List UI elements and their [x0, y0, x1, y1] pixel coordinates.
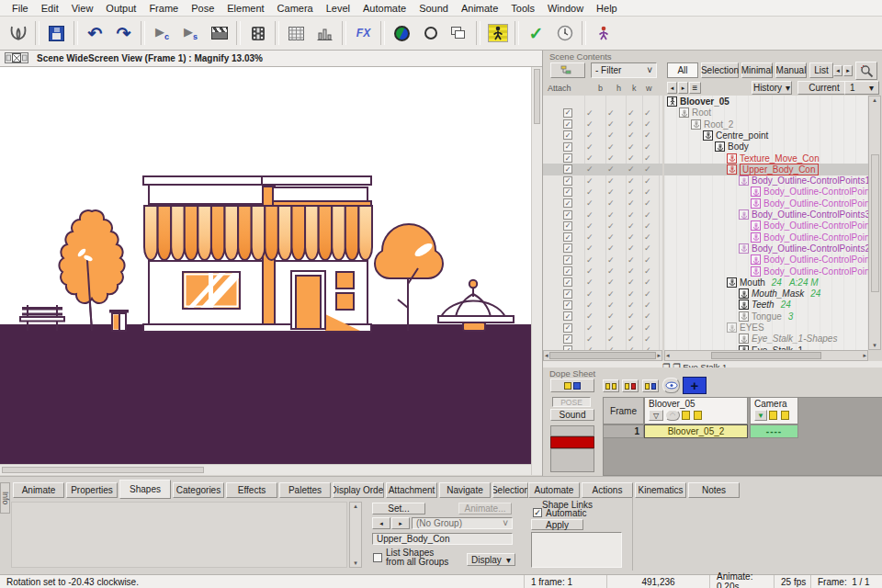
undo-icon[interactable]: ↶	[81, 19, 109, 47]
layer-row-body_outline-controlpoints1[interactable]: Body_Outline-ControlPoints1	[664, 198, 868, 209]
automatic-checkbox[interactable]: ✓	[533, 508, 542, 517]
doc-icon[interactable]	[682, 411, 690, 420]
tab-effects[interactable]: Effects	[226, 482, 277, 498]
shape-name-field[interactable]: Upper_Body_Con	[372, 533, 513, 545]
flag-check-icon[interactable]: ✓	[607, 232, 615, 242]
flag-check-icon[interactable]: ✓	[644, 187, 651, 197]
flag-check-icon[interactable]: ✓	[628, 142, 635, 152]
search-layers-button[interactable]	[855, 62, 877, 80]
tab-properties[interactable]: Properties	[66, 482, 118, 498]
flag-check-icon[interactable]: ✓	[644, 221, 651, 231]
flag-check-icon[interactable]: ✓	[628, 119, 635, 129]
pose-strip-cell[interactable]	[550, 425, 594, 436]
tab-selection[interactable]: Selection	[492, 482, 528, 498]
flag-check-icon[interactable]: ✓	[586, 130, 594, 140]
prev-group-button[interactable]: ◂	[372, 517, 390, 529]
flag-check-icon[interactable]: ✓	[607, 176, 615, 186]
attach-checkbox[interactable]: ✓	[563, 108, 572, 118]
apply-button[interactable]: Apply	[531, 519, 583, 530]
tab-attachment[interactable]: Attachment	[386, 482, 437, 498]
attach-checkbox[interactable]: ✓	[563, 300, 572, 310]
nav-left-button[interactable]: ◂	[667, 82, 677, 94]
figure-icon[interactable]	[589, 19, 617, 47]
tab-animate[interactable]: Animate	[13, 482, 64, 498]
menu-file[interactable]: File	[6, 1, 35, 16]
bar-chart-icon[interactable]	[311, 19, 339, 47]
layer-row-root[interactable]: Root	[664, 107, 868, 119]
doc-icon[interactable]	[694, 411, 702, 420]
menu-animate[interactable]: Animate	[455, 1, 504, 16]
tab-navigate[interactable]: Navigate	[439, 482, 491, 498]
attach-checkbox[interactable]: ✓	[563, 221, 572, 231]
flag-check-icon[interactable]: ✓	[586, 289, 594, 299]
shapes-list-area[interactable]	[11, 502, 347, 568]
select-s-icon[interactable]: ▶s	[176, 19, 205, 47]
save-icon[interactable]	[42, 19, 71, 47]
menu-output[interactable]: Output	[99, 1, 142, 16]
canvas-vscrollbar[interactable]	[531, 67, 542, 475]
tab-palettes[interactable]: Palettes	[279, 482, 331, 498]
film-reel-icon[interactable]	[243, 19, 272, 47]
attach-checkbox[interactable]: ✓	[563, 153, 572, 163]
effects-fx-icon[interactable]: FX	[349, 19, 378, 47]
flag-check-icon[interactable]: ✓	[628, 311, 635, 321]
character-wizard-icon[interactable]	[483, 19, 512, 47]
flag-check-icon[interactable]: ✓	[586, 232, 594, 242]
current-button[interactable]: Current	[797, 81, 851, 95]
attach-checkbox[interactable]: ✓	[563, 164, 572, 174]
clapperboard-icon[interactable]	[205, 19, 233, 47]
grid-icon[interactable]	[282, 19, 311, 47]
flag-check-icon[interactable]: ✓	[644, 300, 651, 310]
flag-check-icon[interactable]: ✓	[607, 142, 615, 152]
flag-check-icon[interactable]: ✓	[628, 164, 635, 174]
flag-check-icon[interactable]: ✓	[628, 130, 635, 140]
flag-check-icon[interactable]: ✓	[644, 176, 651, 186]
attach-checkbox[interactable]: ✓	[563, 334, 572, 344]
menu-window[interactable]: Window	[541, 1, 590, 16]
tab-actions[interactable]: Actions	[582, 482, 633, 498]
attach-checkbox[interactable]: ✓	[563, 187, 572, 197]
canvas-hscrollbar[interactable]	[0, 464, 531, 475]
flag-check-icon[interactable]: ✓	[628, 108, 635, 118]
flag-check-icon[interactable]: ✓	[586, 164, 594, 174]
layer-row-body_outline-controlpoints3[interactable]: Body_Outline-ControlPoints3	[664, 209, 868, 220]
flag-check-icon[interactable]: ✓	[586, 255, 594, 265]
layer-row-body[interactable]: Body	[664, 141, 868, 153]
flag-check-icon[interactable]: ✓	[628, 221, 635, 231]
flag-check-icon[interactable]: ✓	[644, 153, 651, 163]
flag-check-icon[interactable]: ✓	[607, 130, 615, 140]
menu-camera[interactable]: Camera	[271, 1, 320, 16]
frame-number-cell[interactable]: 1	[603, 424, 644, 438]
attach-checkbox[interactable]: ✓	[563, 119, 572, 129]
layer-row-eyes[interactable]: EYES	[664, 322, 868, 334]
flag-check-icon[interactable]: ✓	[607, 266, 615, 276]
menu-pose[interactable]: Pose	[185, 1, 220, 16]
flag-check-icon[interactable]: ✓	[607, 119, 615, 129]
keyframe-wide-button[interactable]	[550, 379, 594, 392]
keyframe-button-3[interactable]	[642, 379, 659, 392]
shape-links-listbox[interactable]	[531, 532, 622, 568]
set-button[interactable]: Set...	[372, 503, 425, 514]
keyframe-button-2[interactable]	[622, 379, 639, 392]
flag-check-icon[interactable]: ✓	[644, 323, 651, 333]
check-ok-icon[interactable]: ✓	[522, 19, 550, 47]
attach-checkbox[interactable]: ✓	[563, 255, 572, 265]
tab-scroll-right[interactable]: ▸	[843, 65, 853, 76]
flag-check-icon[interactable]: ✓	[644, 108, 651, 118]
menu-help[interactable]: Help	[590, 1, 624, 16]
flag-check-icon[interactable]: ✓	[628, 210, 635, 220]
attach-checkbox[interactable]: ✓	[563, 277, 572, 287]
display-button[interactable]: Display▾	[467, 553, 515, 566]
circle-tool-icon[interactable]	[416, 19, 445, 47]
menu-edit[interactable]: Edit	[35, 1, 65, 16]
layer-row-body_outline-controlpoints3[interactable]: Body_Outline-ControlPoints3	[664, 220, 868, 232]
timer-icon[interactable]	[550, 19, 579, 47]
list-menu-button[interactable]: ≡	[689, 82, 701, 94]
flag-check-icon[interactable]: ✓	[586, 176, 594, 186]
tab-categories[interactable]: Categories	[173, 482, 224, 498]
track-header-bloover[interactable]: Bloover_05 ▽ ◠	[644, 397, 748, 424]
filter-keys-icon[interactable]: ▼	[754, 410, 767, 421]
page-selector[interactable]: 1▾	[844, 81, 879, 95]
view-layout-icon[interactable]	[5, 52, 28, 65]
flag-check-icon[interactable]: ✓	[644, 164, 651, 174]
